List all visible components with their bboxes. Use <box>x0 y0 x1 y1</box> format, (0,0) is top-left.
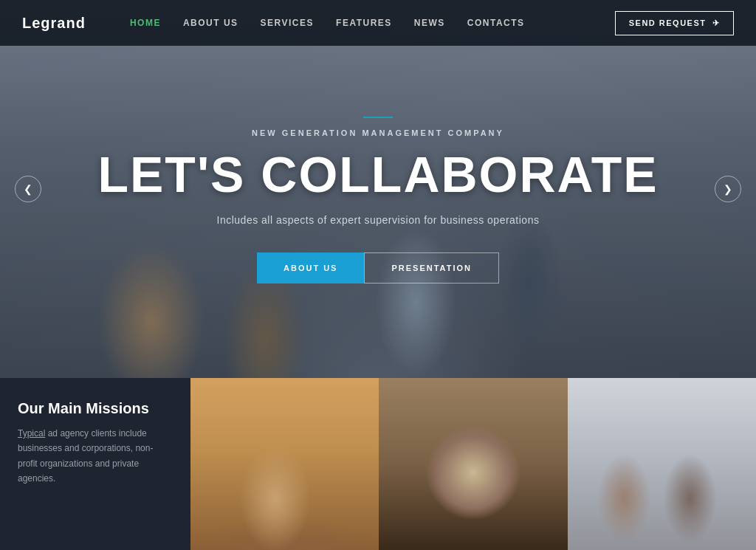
bottom-section: Our Main Missions Typical ad agency clie… <box>0 378 756 550</box>
handshake-photo <box>568 378 756 550</box>
hero-title: LET'S COLLABORATE <box>97 149 658 199</box>
nav-contacts[interactable]: CONTACTS <box>467 18 525 28</box>
person-phone-photo <box>190 378 379 550</box>
hero-content: NEW GENERATION MANAGEMENT COMPANY LET'S … <box>97 94 658 283</box>
image-panel-watch <box>379 378 567 550</box>
send-request-button[interactable]: SEND REQUEST ✈ <box>615 11 734 35</box>
chevron-left-icon: ❮ <box>24 183 32 195</box>
chevron-right-icon: ❯ <box>724 183 732 195</box>
presentation-button[interactable]: PRESENTATION <box>364 252 499 283</box>
about-us-button[interactable]: ABOUT US <box>257 252 364 283</box>
accent-line <box>363 117 393 118</box>
hero-section: ❮ NEW GENERATION MANAGEMENT COMPANY LET'… <box>0 0 756 378</box>
navbar: Legrand HOME ABOUT US SERVICES FEATURES … <box>0 0 756 46</box>
nav-features[interactable]: FEATURES <box>336 18 392 28</box>
nav-services[interactable]: SERVICES <box>261 18 314 28</box>
watch-photo <box>379 378 567 550</box>
nav-about[interactable]: ABOUT US <box>183 18 238 28</box>
nav-news[interactable]: NEWS <box>414 18 445 28</box>
carousel-prev-button[interactable]: ❮ <box>15 176 41 202</box>
hero-tagline: NEW GENERATION MANAGEMENT COMPANY <box>97 128 658 137</box>
brand-logo[interactable]: Legrand <box>22 15 86 32</box>
bottom-image-grid <box>190 378 756 550</box>
image-panel-handshake <box>568 378 756 550</box>
carousel-next-button[interactable]: ❯ <box>715 176 741 202</box>
nav-links: HOME ABOUT US SERVICES FEATURES NEWS CON… <box>130 18 615 28</box>
image-panel-person-phone <box>190 378 379 550</box>
hero-subtitle: Includes all aspects of expert supervisi… <box>97 214 658 226</box>
missions-heading: Our Main Missions <box>18 400 173 417</box>
missions-panel: Our Main Missions Typical ad agency clie… <box>0 378 190 550</box>
nav-home[interactable]: HOME <box>130 18 161 28</box>
missions-description: Typical ad agency clients include busine… <box>18 426 173 487</box>
send-request-label: SEND REQUEST <box>629 18 707 27</box>
send-icon: ✈ <box>712 18 721 28</box>
hero-cta-buttons: ABOUT US PRESENTATION <box>97 252 658 283</box>
